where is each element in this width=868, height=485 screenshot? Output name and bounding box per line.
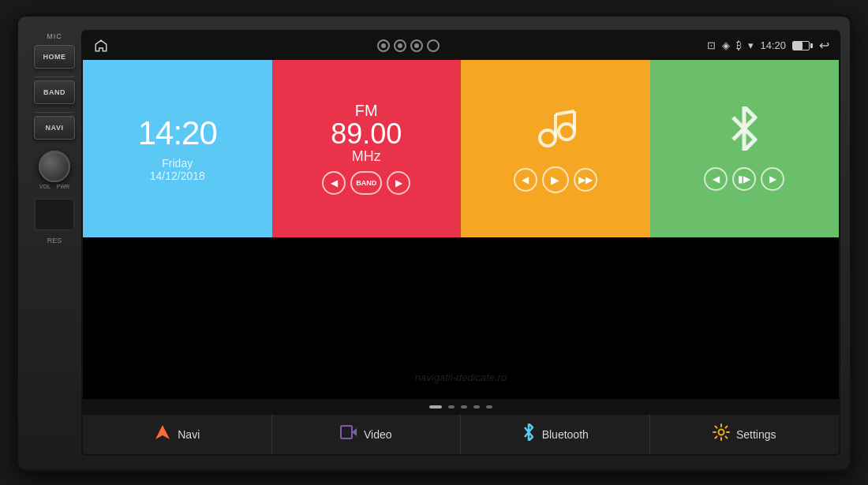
gear-dots [377, 39, 440, 52]
nav-dot-4[interactable] [473, 405, 480, 409]
pwr-label: PWR [57, 184, 69, 189]
gear-dot-2[interactable] [394, 39, 406, 52]
nav-dot-3[interactable] [461, 405, 467, 409]
bt-skip-button[interactable]: ▮▶ [732, 167, 756, 191]
status-left [92, 37, 110, 54]
gear-dot-4[interactable] [427, 39, 440, 52]
status-time: 14:20 [760, 39, 786, 51]
navi-button[interactable]: NAVI [34, 116, 75, 140]
card-slot [35, 199, 74, 230]
status-middle [377, 39, 440, 52]
status-bar: ⊡ ◈ ₿ ▾ 14:20 ↩ [83, 32, 839, 60]
bluetooth-bottom-button[interactable]: Bluetooth [461, 415, 650, 454]
radio-controls: ◀ BAND ▶ [322, 171, 410, 195]
screen-wrapper: ⊡ ◈ ₿ ▾ 14:20 ↩ [81, 24, 840, 461]
radio-next-button[interactable]: ▶ [387, 171, 410, 195]
bluetooth-status-icon: ₿ [736, 39, 742, 51]
navi-bottom-button[interactable]: Navi [83, 415, 272, 454]
svg-point-8 [718, 430, 724, 435]
music-prev-button[interactable]: ◀ [514, 168, 537, 192]
nav-dots [83, 399, 839, 415]
gear-dot-1[interactable] [377, 39, 390, 52]
location-icon: ◈ [722, 39, 730, 51]
bt-controls: ◀ ▮▶ ▶ [704, 167, 784, 191]
svg-rect-6 [341, 426, 352, 438]
bluetooth-large-icon [722, 106, 766, 161]
nav-dot-1[interactable] [429, 405, 442, 409]
clock-tile[interactable]: 14:20 Friday 14/12/2018 [83, 60, 272, 237]
gear-dot-3[interactable] [410, 39, 423, 52]
separator [35, 112, 74, 113]
bluetooth-bottom-icon [522, 423, 536, 445]
vol-knob[interactable] [39, 151, 70, 182]
navi-label: Navi [178, 428, 200, 441]
radio-prev-button[interactable]: ◀ [322, 171, 346, 195]
svg-line-4 [556, 111, 574, 114]
clock-time: 14:20 [138, 114, 217, 152]
music-tile[interactable]: ◀ ▶ ▶▶ [461, 60, 650, 237]
settings-bottom-button[interactable]: Settings [650, 415, 840, 454]
main-screen: ⊡ ◈ ₿ ▾ 14:20 ↩ [81, 30, 840, 456]
vol-knob-area: VOL PWR [39, 151, 70, 189]
radio-tile[interactable]: FM 89.00 MHz ◀ BAND ▶ [272, 60, 462, 237]
back-icon[interactable]: ↩ [819, 38, 829, 53]
svg-point-1 [559, 124, 574, 140]
separator [35, 76, 74, 77]
radio-band-button[interactable]: BAND [350, 171, 382, 195]
bluetooth-tile[interactable]: ◀ ▮▶ ▶ [650, 60, 840, 237]
wifi-icon: ▾ [748, 39, 754, 51]
clock-day: Friday [162, 157, 193, 170]
main-content: 14:20 Friday 14/12/2018 FM 89.00 MHz ◀ B… [83, 60, 839, 415]
video-icon [340, 425, 357, 443]
cast-icon: ⊡ [707, 39, 716, 51]
music-next-button[interactable]: ▶▶ [574, 168, 597, 192]
bt-prev-button[interactable]: ◀ [704, 167, 728, 191]
settings-label: Settings [736, 428, 776, 441]
video-bottom-button[interactable]: Video [272, 415, 462, 454]
home-button[interactable]: HOME [34, 45, 75, 69]
nav-dot-2[interactable] [448, 405, 455, 409]
band-button[interactable]: BAND [34, 80, 75, 104]
vol-pwr-labels: VOL PWR [39, 184, 69, 189]
bluetooth-label: Bluetooth [542, 428, 589, 441]
radio-unit: MHz [352, 148, 381, 165]
clock-date: 14/12/2018 [150, 170, 205, 182]
music-controls: ◀ ▶ ▶▶ [514, 166, 597, 193]
left-panel: MIC HOME BAND NAVI VOL PWR RES [28, 24, 81, 461]
nav-dot-5[interactable] [486, 405, 492, 409]
svg-marker-5 [155, 425, 170, 439]
home-icon[interactable] [92, 37, 110, 54]
status-right: ⊡ ◈ ₿ ▾ 14:20 ↩ [707, 38, 829, 53]
radio-frequency: 89.00 [331, 120, 402, 148]
battery-icon [792, 41, 810, 50]
vol-label: VOL [39, 184, 51, 189]
navi-icon [154, 423, 171, 445]
bt-next-button[interactable]: ▶ [761, 167, 784, 191]
bottom-bar: Navi Video [83, 415, 839, 454]
res-label: RES [47, 237, 62, 244]
car-unit: MIC HOME BAND NAVI VOL PWR RES [16, 14, 852, 472]
svg-point-0 [540, 130, 556, 146]
settings-icon [713, 423, 730, 445]
music-play-button[interactable]: ▶ [542, 166, 569, 193]
music-icon [532, 103, 579, 160]
mic-label: MIC [47, 32, 62, 40]
video-label: Video [364, 428, 392, 441]
